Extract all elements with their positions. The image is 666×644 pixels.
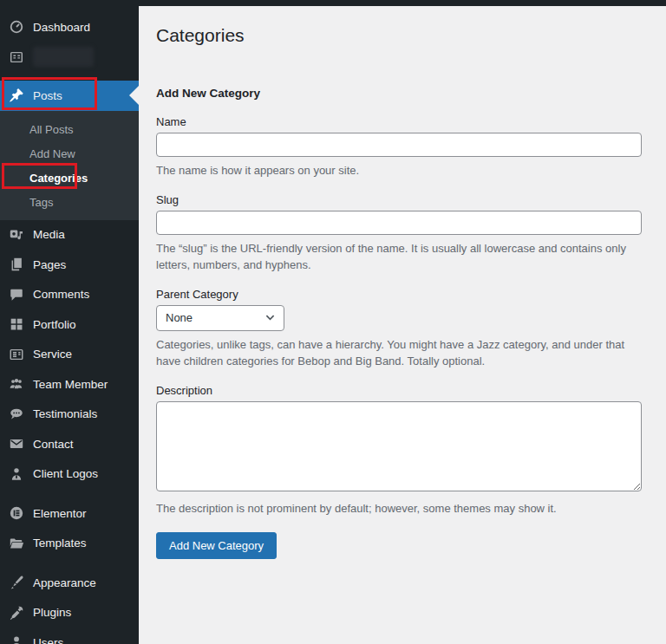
contact-icon — [9, 436, 24, 452]
templates-icon — [9, 536, 24, 551]
name-field-group: Name The name is how it appears on your … — [156, 115, 642, 179]
sidebar-item-media[interactable]: Media — [0, 220, 139, 250]
name-label: Name — [156, 115, 642, 128]
sidebar-item-label: Media — [33, 228, 65, 241]
name-help-text: The name is how it appears on your site. — [156, 162, 642, 179]
sidebar-item-posts[interactable]: Posts — [0, 81, 139, 111]
parent-category-field-group: Parent Category None Categories, unlike … — [156, 288, 642, 370]
testimonials-icon — [9, 407, 24, 422]
sidebar-item-label: Posts — [33, 89, 62, 102]
parent-category-selected-value: None — [166, 311, 193, 324]
sidebar-item-testimonials[interactable]: Testimonials — [0, 400, 139, 430]
current-item-arrow — [129, 86, 139, 105]
users-icon — [9, 634, 24, 644]
submenu-item-add-new[interactable]: Add New — [0, 142, 139, 166]
description-field-group: Description The description is not promi… — [156, 384, 642, 517]
add-new-category-button[interactable]: Add New Category — [156, 532, 277, 559]
media-icon — [9, 227, 24, 243]
sidebar-item-label: Appearance — [33, 576, 96, 589]
sidebar-item-label: Contact — [33, 438, 74, 451]
sidebar-item-comments[interactable]: Comments — [0, 280, 139, 310]
slug-field-group: Slug The “slug” is the URL-friendly vers… — [156, 193, 642, 274]
forms-icon — [9, 49, 24, 65]
name-input[interactable] — [156, 133, 642, 157]
menu-separator — [0, 558, 139, 568]
sidebar-item-users[interactable]: Users — [0, 628, 139, 644]
sidebar-item-label: Client Logos — [33, 467, 98, 480]
admin-bar — [0, 0, 666, 6]
chevron-down-icon — [265, 313, 275, 322]
form-title: Add New Category — [156, 87, 642, 100]
sidebar-item-label: Elementor — [33, 507, 87, 520]
posts-submenu: All PostsAdd NewCategoriesTags — [0, 111, 139, 220]
slug-input[interactable] — [156, 211, 642, 235]
service-icon — [9, 347, 24, 362]
parent-category-label: Parent Category — [156, 288, 642, 301]
elementor-icon — [9, 505, 24, 521]
sidebar-item-label: Templates — [33, 537, 87, 550]
parent-category-help-text: Categories, unlike tags, can have a hier… — [156, 336, 642, 370]
comments-icon — [9, 287, 24, 302]
sidebar-item-pages[interactable]: Pages — [0, 250, 139, 280]
sidebar-item-label: Dashboard — [33, 21, 90, 34]
sidebar-item-templates[interactable]: Templates — [0, 529, 139, 559]
description-help-text: The description is not prominent by defa… — [156, 500, 642, 517]
parent-category-select[interactable]: None — [156, 305, 284, 331]
sidebar-item-plugins[interactable]: Plugins — [0, 598, 139, 628]
menu-separator — [0, 489, 139, 498]
sidebar-item-portfolio[interactable]: Portfolio — [0, 309, 139, 340]
sidebar-item-team-member[interactable]: Team Member — [0, 369, 139, 400]
submenu-item-categories[interactable]: Categories — [0, 166, 139, 191]
content-area: Categories Add New Category Name The nam… — [139, 6, 666, 644]
pushpin-icon — [9, 88, 24, 103]
admin-menu: DashboardPostsAll PostsAdd NewCategories… — [0, 0, 139, 644]
dashboard-icon — [9, 19, 24, 35]
description-label: Description — [156, 384, 642, 397]
sidebar-item-label: Testimonials — [33, 407, 97, 420]
sidebar-item-service[interactable]: Service — [0, 340, 139, 370]
submenu-item-tags[interactable]: Tags — [0, 191, 139, 215]
slug-label: Slug — [156, 193, 642, 206]
admin-sidebar: DashboardPostsAll PostsAdd NewCategories… — [0, 0, 139, 644]
submenu-item-all-posts[interactable]: All Posts — [0, 118, 139, 142]
businessman-icon — [9, 466, 24, 482]
sidebar-item-label: Team Member — [33, 378, 108, 391]
pages-icon — [9, 257, 24, 272]
sidebar-item-label: Comments — [33, 288, 89, 301]
sidebar-item-client-logos[interactable]: Client Logos — [0, 459, 139, 490]
sidebar-item-elementor[interactable]: Elementor — [0, 498, 139, 529]
sidebar-item-label: Plugins — [33, 606, 71, 619]
sidebar-item-appearance[interactable]: Appearance — [0, 568, 139, 598]
sidebar-item-label: Service — [33, 348, 72, 361]
slug-help-text: The “slug” is the URL-friendly version o… — [156, 240, 642, 274]
sidebar-item-label: Portfolio — [33, 318, 76, 331]
sidebar-item-redacted[interactable] — [0, 42, 139, 73]
description-textarea[interactable] — [156, 401, 642, 491]
sidebar-item-contact[interactable]: Contact — [0, 429, 139, 459]
page-title: Categories — [156, 25, 642, 46]
sidebar-item-label: Pages — [33, 258, 66, 271]
redacted-label — [33, 47, 94, 67]
plugins-icon — [9, 605, 24, 621]
appearance-icon — [9, 575, 24, 590]
sidebar-item-label: Users — [33, 636, 63, 644]
portfolio-icon — [9, 316, 24, 332]
add-category-form: Name The name is how it appears on your … — [156, 115, 642, 559]
sidebar-item-dashboard[interactable]: Dashboard — [0, 12, 139, 42]
team-icon — [9, 376, 24, 392]
